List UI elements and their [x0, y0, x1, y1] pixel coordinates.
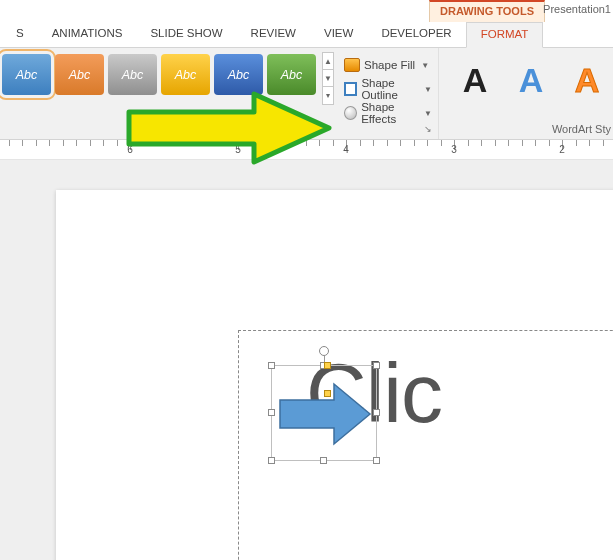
title-bar: DRAWING TOOLS Presentation1 — [0, 0, 613, 22]
adjustment-handle[interactable] — [324, 362, 331, 369]
outline-icon — [344, 82, 357, 96]
swatch-label: Abc — [228, 68, 250, 82]
presentation-name: Presentation1 — [543, 3, 613, 15]
shape-style-gallery[interactable]: Abc Abc Abc Abc Abc Abc — [0, 52, 318, 97]
gallery-scroll: ▲ ▼ ▾ — [322, 52, 334, 105]
ribbon-body: Abc Abc Abc Abc Abc Abc ▲ ▼ ▾ Shape Fill… — [0, 48, 613, 140]
tab-slide-show[interactable]: SLIDE SHOW — [136, 22, 236, 48]
resize-handle[interactable] — [373, 457, 380, 464]
paint-bucket-icon — [344, 58, 360, 72]
shape-style-swatch[interactable]: Abc — [2, 54, 51, 95]
shape-style-swatch[interactable]: Abc — [108, 54, 157, 95]
group-wordart-styles: A A A WordArt Sty — [439, 48, 613, 139]
resize-handle[interactable] — [268, 362, 275, 369]
tab-format[interactable]: FORMAT — [466, 22, 544, 48]
ruler-label: 2 — [559, 144, 565, 155]
wordart-style-swatch[interactable]: A — [505, 54, 557, 106]
resize-handle[interactable] — [373, 409, 380, 416]
effects-icon — [344, 106, 357, 120]
gallery-scroll-up[interactable]: ▲ — [323, 53, 333, 70]
ruler-label: 6 — [127, 144, 133, 155]
shape-outline-label: Shape Outline — [361, 77, 418, 101]
swatch-label: Abc — [281, 68, 303, 82]
shape-effects-menu[interactable]: Shape Effects ▼ — [340, 102, 436, 124]
shape-style-swatch[interactable]: Abc — [55, 54, 104, 95]
resize-handle[interactable] — [268, 457, 275, 464]
tab-view[interactable]: VIEW — [310, 22, 367, 48]
resize-handle[interactable] — [320, 457, 327, 464]
resize-handle[interactable] — [268, 409, 275, 416]
chevron-down-icon: ▼ — [421, 61, 429, 70]
contextual-tab-drawing-tools: DRAWING TOOLS — [429, 0, 545, 22]
horizontal-ruler: 65432 — [0, 140, 613, 160]
resize-handle[interactable] — [373, 362, 380, 369]
shape-style-swatch[interactable]: Abc — [267, 54, 316, 95]
shape-outline-menu[interactable]: Shape Outline ▼ — [340, 78, 436, 100]
slide-editing-area[interactable]: Clic — [0, 160, 613, 560]
swatch-label: Abc — [69, 68, 91, 82]
shape-style-swatch[interactable]: Abc — [161, 54, 210, 95]
gallery-scroll-down[interactable]: ▼ — [323, 70, 333, 87]
dialog-launcher-icon[interactable]: ↘ — [422, 124, 434, 136]
ruler-label: 3 — [451, 144, 457, 155]
group-shape-styles: Abc Abc Abc Abc Abc Abc ▲ ▼ ▾ Shape Fill… — [0, 48, 439, 139]
swatch-label: Abc — [16, 68, 38, 82]
shape-fill-label: Shape Fill — [364, 59, 415, 71]
slide[interactable]: Clic — [56, 190, 613, 560]
tab-developer[interactable]: DEVELOPER — [367, 22, 465, 48]
chevron-down-icon: ▼ — [424, 85, 432, 94]
swatch-label: Abc — [175, 68, 197, 82]
wordart-gallery[interactable]: A A A — [447, 48, 613, 122]
chevron-down-icon: ▼ — [424, 109, 432, 118]
shape-style-swatch[interactable]: Abc — [214, 54, 263, 95]
ruler-label: 5 — [235, 144, 241, 155]
tab-animations[interactable]: ANIMATIONS — [38, 22, 137, 48]
group-label-wordart: WordArt Sty — [447, 122, 613, 138]
tab-transitions-partial[interactable]: S — [2, 22, 38, 48]
swatch-label: Abc — [122, 68, 144, 82]
wordart-style-swatch[interactable]: A — [561, 54, 613, 106]
shape-selection-box[interactable] — [271, 365, 377, 461]
shape-fill-menu[interactable]: Shape Fill ▼ — [340, 54, 436, 76]
ruler-label: 4 — [343, 144, 349, 155]
tab-review[interactable]: REVIEW — [237, 22, 310, 48]
ribbon-tabs: S ANIMATIONS SLIDE SHOW REVIEW VIEW DEVE… — [0, 22, 613, 48]
wordart-style-swatch[interactable]: A — [449, 54, 501, 106]
gallery-expand[interactable]: ▾ — [323, 87, 333, 104]
group-label-shape-styles: Shape Styles ↘ — [0, 122, 438, 138]
rotation-handle[interactable] — [319, 346, 329, 356]
right-arrow-shape-icon[interactable] — [278, 382, 372, 446]
